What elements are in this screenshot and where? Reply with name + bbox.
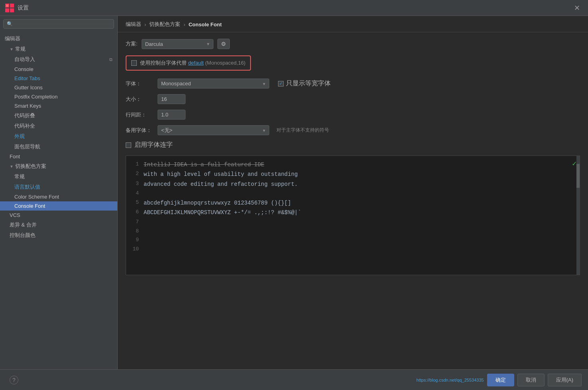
scrollbar[interactable] xyxy=(576,156,580,275)
sidebar-item-breadcrumb-nav[interactable]: 面包层导航 xyxy=(0,142,117,152)
close-button[interactable]: ✕ xyxy=(571,2,583,14)
sidebar-label-postfix: Postfix Completion xyxy=(14,94,57,100)
svg-rect-2 xyxy=(5,8,9,12)
search-input[interactable] xyxy=(15,21,110,27)
use-console-font-checkbox-section: 使用控制台字体代替 default (Monospaced,16) xyxy=(126,55,251,71)
sidebar-item-vcs[interactable]: VCS xyxy=(0,211,117,220)
sidebar-item-lang-default[interactable]: 语言默认值 xyxy=(0,182,117,192)
monospaced-checkbox-row: ✓ 只显示等宽字体 xyxy=(278,79,331,88)
sidebar-item-code-fold[interactable]: 代码折叠 xyxy=(0,110,117,121)
expand-arrow-general xyxy=(10,47,14,51)
label-after: (Monospaced,16) xyxy=(204,60,246,66)
apply-button[interactable]: 应用(A) xyxy=(548,374,582,386)
sidebar-label-breadcrumb-nav: 面包层导航 xyxy=(14,143,40,150)
sidebar-item-smart-keys[interactable]: Smart Keys xyxy=(0,101,117,110)
line-num-2: 2 xyxy=(126,170,139,179)
preview-line-6: 6 ABCDEFGHIJKLMNOPQRSTUVWXYZ +-*/= .,;:!… xyxy=(126,208,580,217)
line-num-1: 1 xyxy=(126,160,139,169)
sidebar-item-diff-merge[interactable]: 差异 & 合并 xyxy=(0,220,117,230)
gear-button[interactable]: ⚙ xyxy=(217,39,230,49)
sidebar-item-console-colors[interactable]: 控制台颜色 xyxy=(0,230,117,240)
sidebar-label-code-fold: 代码折叠 xyxy=(14,112,35,119)
sidebar-label-font: Font xyxy=(10,154,20,160)
help-button[interactable]: ? xyxy=(10,376,18,384)
font-row: 字体： Monospaced ✓ 只显示等宽字体 xyxy=(126,79,580,89)
line-num-4: 4 xyxy=(126,189,139,198)
confirm-button[interactable]: 确定 xyxy=(487,374,514,386)
scrollbar-thumb[interactable] xyxy=(576,164,580,188)
default-link[interactable]: default xyxy=(188,60,204,66)
preview-line-7: 7 xyxy=(126,218,580,227)
label-before: 使用控制台字体代替 xyxy=(140,60,188,66)
breadcrumb-arrow2: › xyxy=(184,22,185,28)
fallback-select[interactable]: <无> xyxy=(158,125,269,135)
font-select-wrapper: Monospaced xyxy=(158,79,269,89)
breadcrumb: 编辑器 › 切换配色方案 › Console Font xyxy=(118,16,588,32)
sidebar-item-appearance[interactable]: 外观 xyxy=(0,131,117,142)
size-row: 大小： xyxy=(126,94,580,104)
line-spacing-row: 行间距： xyxy=(126,110,580,120)
sidebar-item-general[interactable]: 常规 xyxy=(0,44,117,54)
line-content-3: advanced code editing and refactoring su… xyxy=(144,180,298,189)
scheme-select[interactable]: Darcula Default High Contrast xyxy=(142,39,213,49)
ligature-checkbox[interactable] xyxy=(126,142,131,148)
sidebar-item-code-complete[interactable]: 代码补全 xyxy=(0,121,117,131)
use-console-font-checkbox[interactable] xyxy=(131,60,137,66)
sidebar-item-font[interactable]: Font xyxy=(0,152,117,161)
sidebar-item-color-scheme-font[interactable]: Color Scheme Font xyxy=(0,192,117,201)
sidebar-label-console-font: Console Font xyxy=(14,203,45,209)
line-num-9: 9 xyxy=(126,236,139,244)
sidebar: 🔍 编辑器 常规 自动导入 ⧉ Console Editor Tabs Gutt… xyxy=(0,16,118,369)
sidebar-item-postfix[interactable]: Postfix Completion xyxy=(0,92,117,101)
sidebar-item-color-scheme[interactable]: 切换配色方案 xyxy=(0,161,117,171)
sidebar-item-auto-import[interactable]: 自动导入 ⧉ xyxy=(0,54,117,65)
font-select[interactable]: Monospaced xyxy=(158,79,269,89)
monospaced-label: 只显示等宽字体 xyxy=(286,79,331,88)
fallback-label: 备用字体： xyxy=(126,127,154,134)
sidebar-item-gutter-icons[interactable]: Gutter Icons xyxy=(0,83,117,92)
scheme-label: 方案: xyxy=(126,40,138,47)
fallback-hint: 对于主字体不支持的符号 xyxy=(276,127,329,134)
fallback-select-wrapper: <无> xyxy=(158,125,269,135)
ligature-row: 启用字体连字 xyxy=(126,141,580,149)
line-num-10: 10 xyxy=(126,245,139,254)
preview-line-4: 4 xyxy=(126,189,580,198)
monospaced-checkbox[interactable]: ✓ xyxy=(278,81,284,87)
scheme-row: 方案: Darcula Default High Contrast ⚙ xyxy=(126,39,580,49)
line-content-1: IntelliJ IDEA is a full featured IDE xyxy=(144,160,264,169)
breadcrumb-arrow1: › xyxy=(144,22,146,28)
sidebar-item-console-font[interactable]: Console Font xyxy=(0,201,117,211)
sidebar-label-editor-tabs: Editor Tabs xyxy=(14,75,40,81)
window-title: 设置 xyxy=(18,4,29,12)
preview-line-9: 9 xyxy=(126,236,580,245)
sidebar-label-console-colors: 控制台颜色 xyxy=(10,232,36,239)
preview-line-2: 2 with a high level of usability and out… xyxy=(126,169,580,179)
search-box[interactable]: 🔍 xyxy=(3,19,114,29)
url-hint: https://blog.csdn.net/qq_25534335 xyxy=(416,378,484,382)
line-content-6: ABCDEFGHIJKLMNOPQRSTUVWXYZ +-*/= .,;:!? … xyxy=(144,208,301,217)
sidebar-label-general: 常规 xyxy=(15,45,26,53)
sidebar-label-code-complete: 代码补全 xyxy=(14,122,35,130)
copy-icon: ⧉ xyxy=(109,57,112,62)
fallback-row: 备用字体： <无> 对于主字体不支持的符号 xyxy=(126,125,580,135)
sidebar-label-color-scheme: 切换配色方案 xyxy=(15,163,46,170)
sidebar-label-cs-general: 常规 xyxy=(14,173,25,180)
sidebar-label-diff-merge: 差异 & 合并 xyxy=(10,221,37,228)
sidebar-label-appearance: 外观 xyxy=(14,133,25,140)
sidebar-item-console[interactable]: Console xyxy=(0,65,117,74)
sidebar-item-editor-tabs[interactable]: Editor Tabs xyxy=(0,74,117,83)
sidebar-item-cs-general[interactable]: 常规 xyxy=(0,171,117,182)
breadcrumb-part2: 切换配色方案 xyxy=(149,21,180,28)
svg-rect-3 xyxy=(10,8,14,12)
size-input[interactable] xyxy=(158,94,185,104)
preview-line-10: 10 xyxy=(126,245,580,254)
font-label: 字体： xyxy=(126,80,154,87)
titlebar: 设置 ✕ xyxy=(0,0,588,16)
cancel-button[interactable]: 取消 xyxy=(517,374,545,386)
line-spacing-input[interactable] xyxy=(158,110,185,120)
bottom-bar: ? https://blog.csdn.net/qq_25534335 确定 取… xyxy=(0,369,588,390)
app-icon xyxy=(5,3,14,13)
expand-arrow-color-scheme xyxy=(10,164,14,169)
line-content-2: with a high level of usability and outst… xyxy=(144,170,298,179)
preview-line-5: 5 abcdefghijklmnopqrstuvwxyz 0123456789 … xyxy=(126,198,580,208)
